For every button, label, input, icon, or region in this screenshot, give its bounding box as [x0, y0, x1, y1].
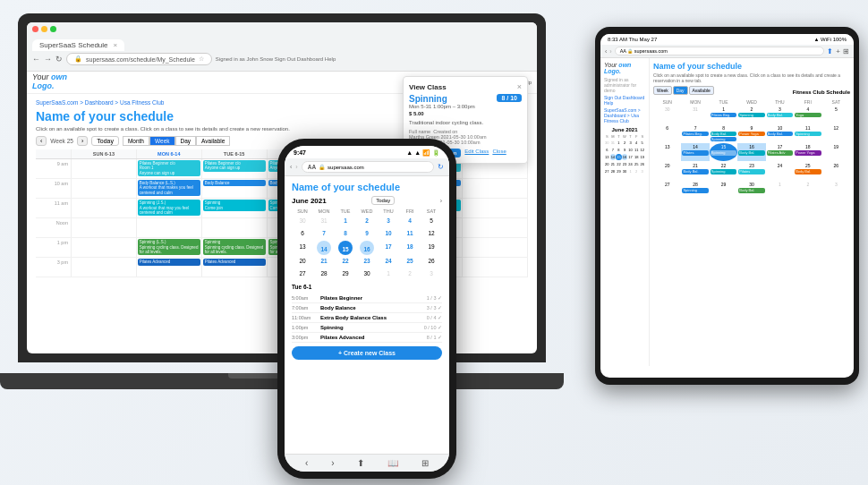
phone-event-row-2[interactable]: 7:00am Body Balance 3 / 3 ✓ [292, 303, 442, 313]
t-event-spin-22[interactable]: Spinning [711, 169, 736, 174]
t-cell-8[interactable]: 8 Body Bal. Spinning [710, 124, 737, 142]
phone-day-14[interactable]: 14 [317, 241, 331, 255]
phone-day-1-next[interactable]: 1 [378, 268, 399, 280]
forward-button[interactable]: → [44, 55, 52, 64]
phone-day-18[interactable]: 18 [399, 241, 421, 255]
tablet-url-bar[interactable]: AA 🔒 supersaas.com [615, 47, 825, 55]
event-spinning2-tue[interactable]: SpinningSpinning cycling class. Designed… [203, 239, 266, 255]
cell-sun-10am[interactable] [72, 179, 137, 198]
t-cell-19[interactable]: 19 [822, 143, 850, 161]
phone-day-1[interactable]: 1 [335, 215, 356, 227]
t-cell-3-next[interactable]: 3 [822, 181, 850, 199]
popup-close-button[interactable]: × [517, 82, 522, 91]
tablet-tabs-icon[interactable]: ⊞ [843, 47, 849, 55]
event-adv-mon[interactable]: Pilates Advanced [138, 259, 200, 265]
week-view-button[interactable]: Week [149, 136, 175, 146]
phone-day-24[interactable]: 24 [378, 255, 399, 268]
phone-tabs-icon[interactable]: ⊞ [421, 458, 429, 468]
t-event-body-21[interactable]: Body Bal. [682, 169, 708, 174]
t-cell-6[interactable]: 6 [653, 124, 681, 142]
phone-cal-nav-right[interactable]: › [440, 198, 442, 204]
t-cell-10[interactable]: 10 Body Bal. [766, 124, 794, 142]
phone-day-22[interactable]: 22 [335, 255, 356, 268]
t-cell-14[interactable]: 14 Pilates [681, 143, 709, 161]
phone-day-27[interactable]: 27 [292, 268, 313, 280]
t-cell-22[interactable]: 22 Spinning [710, 162, 737, 180]
phone-day-3[interactable]: 3 [378, 215, 399, 227]
phone-day-8[interactable]: 8 [335, 227, 356, 240]
t-cell-29[interactable]: 29 [710, 181, 737, 199]
phone-day-2-next[interactable]: 2 [399, 268, 421, 280]
month-view-button[interactable]: Month [123, 136, 149, 146]
cell-mon-1pm[interactable]: Spinning (L.S.)Spinning cycling class. D… [137, 238, 202, 257]
t-event-pilates-17[interactable]: Pilates Adv [767, 150, 793, 155]
event-spinning-tue[interactable]: SpinningCome join [203, 200, 266, 211]
cell-sun-9am[interactable] [72, 159, 137, 178]
t-event-power-18[interactable]: Power Yoga [795, 150, 821, 155]
tablet-day-btn[interactable]: Day [673, 86, 688, 95]
phone-bookmark-icon[interactable]: 📖 [387, 458, 398, 468]
cell-sat-10am[interactable] [463, 179, 528, 198]
t-event-body-8[interactable]: Body Bal. [711, 132, 736, 136]
cell-tue-3pm[interactable]: Pilates Advanced [202, 258, 268, 277]
t-cell-2-next[interactable]: 2 [794, 181, 821, 199]
phone-day-19[interactable]: 19 [421, 241, 442, 255]
phone-day-25[interactable]: 25 [399, 255, 421, 268]
t-event-body-10[interactable]: Body Bal. [767, 132, 793, 136]
t-event-body-25[interactable]: Body Bal. [795, 169, 821, 174]
back-button[interactable]: ← [32, 55, 40, 64]
phone-day-23[interactable]: 23 [356, 255, 378, 268]
phone-day-30-prev[interactable]: 30 [292, 215, 313, 227]
reload-button[interactable]: ↻ [55, 55, 63, 64]
phone-day-16[interactable]: 16 [360, 241, 374, 255]
phone-day-12[interactable]: 12 [421, 227, 442, 240]
t-cell-25[interactable]: 25 Body Bal. [794, 162, 821, 180]
phone-today-btn[interactable]: Today [371, 196, 395, 205]
phone-day-9[interactable]: 9 [356, 227, 378, 240]
t-cell-1[interactable]: 1 Pilates Beg. [710, 106, 737, 123]
t-cell-23[interactable]: 23 Pilates [737, 162, 765, 180]
phone-day-29[interactable]: 29 [335, 268, 356, 280]
phone-day-13[interactable]: 13 [292, 241, 313, 255]
cell-sat-1pm[interactable] [463, 238, 528, 257]
tablet-back-btn[interactable]: ‹ [605, 48, 607, 55]
phone-forward-btn[interactable]: › [295, 164, 297, 170]
minimize-dot[interactable] [41, 26, 47, 32]
phone-event-row-3[interactable]: 11:00am Extra Body Balance Class 0 / 4 ✓ [292, 313, 442, 323]
t-cell-31[interactable]: 31 [681, 106, 709, 123]
t-event-pilates-14[interactable]: Pilates [682, 150, 708, 155]
phone-day-31-prev[interactable]: 31 [313, 215, 335, 227]
phone-day-20[interactable]: 20 [292, 255, 313, 268]
t-cell-13[interactable]: 13 [653, 143, 681, 161]
t-cell-30b[interactable]: 30 Body Bal. [737, 181, 765, 199]
close-dot[interactable] [32, 26, 38, 32]
cell-tue-noon[interactable] [202, 218, 268, 237]
t-cell-12[interactable]: 12 [822, 124, 850, 142]
t-cell-24[interactable]: 24 [766, 162, 794, 180]
t-cell-1-next[interactable]: 1 [766, 181, 794, 199]
cell-sun-3pm[interactable] [72, 258, 137, 277]
t-cell-16[interactable]: 16 Body Bal. [737, 143, 765, 161]
phone-day-15[interactable]: 15 [338, 241, 353, 255]
t-cell-5[interactable]: 5 [822, 106, 850, 123]
t-cell-28[interactable]: 28 Spinning [681, 181, 709, 199]
t-cell-11[interactable]: 11 Spinning [794, 124, 821, 142]
phone-day-17[interactable]: 17 [378, 241, 399, 255]
browser-tab[interactable]: SuperSaaS Schedule × [32, 39, 124, 51]
phone-day-26[interactable]: 26 [421, 255, 442, 268]
url-bar[interactable]: 🔒 supersaas.com/schedule/My_Schedule ☆ [66, 53, 212, 65]
tablet-share-icon[interactable]: ⬆ [827, 47, 833, 55]
cell-mon-10am[interactable]: Body Balance (L.S.)A workout that makes … [137, 179, 202, 198]
phone-day-11[interactable]: 11 [399, 227, 421, 240]
cell-mon-11am[interactable]: Spinning (J.S.)A workout that may you fe… [137, 199, 202, 217]
t-cell-15-today[interactable]: 15 Spinning [710, 143, 737, 161]
tablet-week-btn[interactable]: Week [653, 86, 672, 95]
cell-tue-9am[interactable]: Pilates Beginner c/oAnyone can sign up [202, 159, 268, 178]
close-popup-link[interactable]: Close [492, 149, 506, 157]
t-cell-2[interactable]: 2 Spinning [737, 106, 765, 123]
phone-day-5[interactable]: 5 [421, 215, 442, 227]
phone-back-nav-icon[interactable]: ‹ [305, 458, 308, 468]
tablet-new-tab-icon[interactable]: + [836, 47, 840, 55]
phone-back-btn[interactable]: ‹ [290, 164, 292, 170]
t-event-spinning-2[interactable]: Spinning [738, 113, 764, 117]
